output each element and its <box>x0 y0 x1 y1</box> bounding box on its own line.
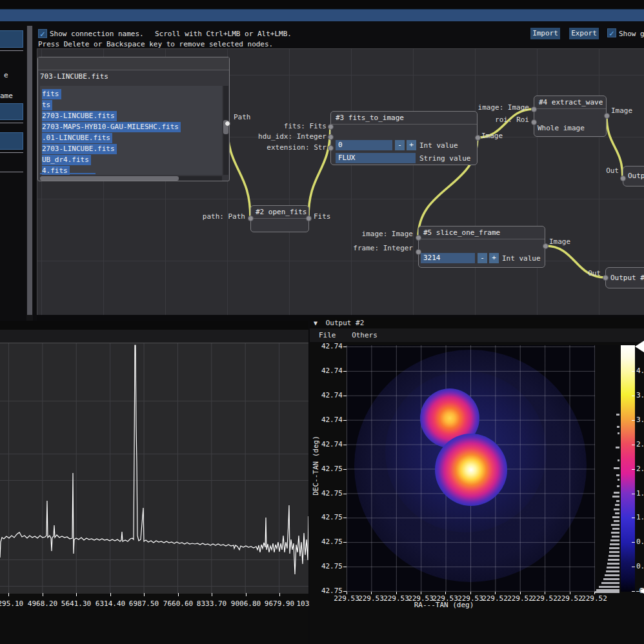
heatmap-xlabel: RA---TAN (deg) <box>379 601 508 609</box>
heatmap-blob-primary <box>435 434 507 506</box>
x-tick-label: 7660.60 <box>159 599 197 608</box>
colorbar-tick-label: 4. <box>636 367 644 375</box>
hdu-idx-input-socket[interactable] <box>328 134 334 140</box>
histogram-bar <box>608 559 619 561</box>
extract-wave-roi-input-socket[interactable] <box>531 119 537 125</box>
x-tick-label: 4968.20 <box>23 599 62 608</box>
slice-image-input-socket[interactable] <box>416 235 421 241</box>
colorbar-tick <box>632 371 635 372</box>
extract-wave-image-input-socket[interactable] <box>531 106 537 112</box>
heatmap-y-tick-label: 42.74 <box>304 391 343 399</box>
file-list-item[interactable]: 2703-LINCUBE.fits <box>40 143 117 154</box>
output-2-node-title[interactable]: Output #2 <box>606 268 644 288</box>
viewer-window-titlebar[interactable]: ▼ Output #2 <box>310 317 644 328</box>
output-2-node[interactable]: Output #2 <box>605 267 644 288</box>
slice-one-frame-node-title[interactable]: #5 slice_one_frame <box>419 226 545 239</box>
slice-one-frame-output-label: Image <box>549 237 570 246</box>
output-1-input-label: Out <box>554 166 619 175</box>
extract-wave-output-label: Image <box>611 106 632 115</box>
colorbar[interactable] <box>621 345 635 592</box>
histogram-bar <box>609 547 619 549</box>
open-fits-output-socket[interactable] <box>306 216 312 221</box>
colorbar-tick <box>632 469 635 470</box>
histogram-bar <box>612 536 619 538</box>
file-list-item[interactable]: 2703-MAPS-HYB10-GAU-MILESHC.fits <box>40 121 181 132</box>
open-fits-node[interactable]: #2 open_fits <box>250 205 309 232</box>
histogram-bar <box>614 492 619 494</box>
histogram-bar <box>609 555 619 557</box>
histogram-bar <box>616 500 619 502</box>
x-tick-label: 6987.50 <box>125 599 163 608</box>
histogram-bar <box>614 508 619 510</box>
spectrum-window-menubar[interactable] <box>0 330 308 343</box>
heatmap-y-tick-label: 42.74 <box>304 342 343 350</box>
file-list-item[interactable]: ts <box>40 99 52 110</box>
extension-string-field[interactable]: FLUX <box>336 153 416 163</box>
extension-input-socket[interactable] <box>328 145 334 151</box>
heatmap-y-tick-label: 42.74 <box>304 440 343 448</box>
slice-one-frame-output-socket[interactable] <box>543 243 548 249</box>
output-2-input-label: Out <box>536 269 601 277</box>
file-list-current-item[interactable]: 703-LINCUBE.fits <box>40 72 108 81</box>
fits-to-image-output-socket[interactable] <box>475 135 481 141</box>
heatmap-x-tick-label: 229.52 <box>581 594 607 603</box>
fits-input-label: fits: Fits <box>197 122 327 130</box>
output-2-input-socket[interactable] <box>603 275 609 281</box>
hdu-idx-plus-button[interactable]: + <box>407 140 416 150</box>
fits-input-socket[interactable] <box>328 124 334 130</box>
file-list-item[interactable]: fits <box>40 88 61 99</box>
heatmap-y-tick-label: 42.75 <box>304 513 343 521</box>
open-fits-input-socket[interactable] <box>248 216 254 221</box>
x-tick <box>246 593 247 596</box>
heatmap-image-area[interactable] <box>347 345 595 592</box>
x-tick-label: 9679.90 <box>260 599 299 608</box>
x-tick-label: 8333.70 <box>192 599 231 608</box>
output-1-node[interactable]: Output #1 <box>623 166 644 186</box>
menu-file[interactable]: File <box>319 331 336 339</box>
extract-wave-node-title[interactable]: #4 extract_wave <box>534 96 606 109</box>
spectrum-window-titlebar[interactable] <box>0 321 308 330</box>
extract-wave-output-socket[interactable] <box>604 113 610 119</box>
histogram-bar <box>609 551 619 553</box>
open-fits-node-title[interactable]: #2 open_fits <box>251 206 308 219</box>
slice-frame-input-label: frame: Integer <box>284 244 413 252</box>
histogram-bar <box>606 570 619 572</box>
histogram-bar <box>618 479 619 481</box>
frame-int-value-label: Int value <box>502 254 541 263</box>
file-list[interactable]: fitsts2703-LINCUBE.fits2703-MAPS-HYB10-G… <box>40 86 222 175</box>
extract-wave-mode-value[interactable]: Whole image <box>538 124 585 132</box>
spectrum-polyline <box>0 345 308 574</box>
frame-minus-button[interactable]: - <box>478 253 487 263</box>
colorbar-histogram <box>595 345 619 592</box>
file-list-item-label: fits <box>42 89 61 99</box>
colorbar-tick-label: 3. <box>636 416 644 424</box>
colorbar-max-marker[interactable] <box>635 341 644 352</box>
histogram-bar <box>611 524 619 526</box>
file-list-item[interactable]: UB_dr4.fits <box>40 154 91 165</box>
colorbar-tick-label: 2. <box>636 465 644 473</box>
heatmap-ylabel: DEC--TAN (deg) <box>312 424 320 508</box>
heatmap-y-tick-label: 42.75 <box>304 562 343 570</box>
frame-int-field[interactable]: 3214 <box>421 253 475 263</box>
histogram-bar <box>617 485 619 487</box>
colorbar-tick <box>632 494 635 494</box>
file-list-item[interactable]: .01-LINCUBE.fits <box>40 132 112 143</box>
colorbar-tick-label: 2. <box>636 440 644 448</box>
file-list-item[interactable]: 2703-LINCUBE.fits <box>40 110 117 121</box>
histogram-bar <box>605 574 619 576</box>
x-tick <box>178 593 179 596</box>
hdu-idx-minus-button[interactable]: - <box>395 140 405 150</box>
colorbar-min-marker[interactable] <box>640 587 644 595</box>
file-list-hscrollbar-handle[interactable] <box>40 176 179 181</box>
output-1-node-title[interactable]: Output #1 <box>623 166 644 186</box>
file-list-node-titlebar[interactable] <box>38 57 229 70</box>
output-1-input-socket[interactable] <box>620 176 626 181</box>
colorbar-tick-label: 0. <box>636 562 644 570</box>
extension-input-label: extension: Str <box>197 143 327 152</box>
heatmap-x-tick-label: 229.52 <box>532 594 558 603</box>
menu-others[interactable]: Others <box>352 331 377 339</box>
hdu-idx-int-field[interactable]: 0 <box>336 140 392 150</box>
collapse-arrow-icon[interactable]: ▼ <box>314 319 317 327</box>
frame-plus-button[interactable]: + <box>489 253 499 263</box>
x-tick <box>144 593 145 596</box>
